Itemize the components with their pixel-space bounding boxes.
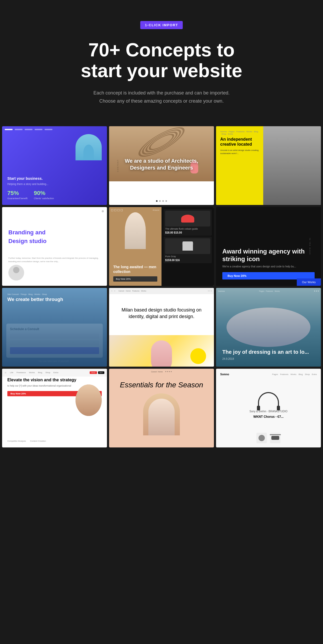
hero-title: 70+ Concepts to start your website [10, 40, 313, 81]
dot-4 [165, 200, 167, 202]
sale-badge: SALE [90, 371, 97, 374]
product-label-1: The ultimate flunk cobain guide [165, 228, 210, 230]
card-stats: 75% Guaranteed benefit 90% Clients' sati… [7, 190, 54, 200]
product-label-2: Pure Gray [165, 255, 210, 258]
milan-image [109, 335, 214, 367]
fashion-caption: The long awaited — men collection [113, 265, 157, 274]
nav-item: Home [158, 371, 163, 373]
dot [316, 291, 317, 292]
card-award[interactable]: Award winning agency with striking icon … [216, 207, 321, 286]
grid-row-3: Site Consult · Things · Blog · Works · S… [0, 288, 323, 367]
award-top [222, 213, 315, 248]
grid-row-2: Branding and Design studio Further today… [0, 207, 323, 286]
award-works[interactable]: Our Works [297, 278, 321, 286]
branding-desc: Further today, tomorrow. Start from the … [8, 257, 101, 263]
product-image-1 [165, 211, 210, 226]
award-vert-text: to the moon [309, 238, 311, 255]
card-consult[interactable]: Site Consult · Things · Blog · Works · S… [2, 288, 107, 367]
nav-icons [165, 371, 172, 372]
joy-nav: Somno Pages Features Works [218, 290, 319, 292]
nav-icon [114, 209, 116, 211]
award-title: Award winning agency with striking icon [222, 248, 315, 263]
fashion-btn[interactable]: Buy Now 20% [113, 276, 157, 282]
fashion-left: Amazon The long awaited — men collection… [109, 207, 162, 286]
card-headphones[interactable]: Somno Pages Features Works Blog Shop Ext… [216, 369, 321, 447]
essentials-person [148, 399, 175, 435]
branding-text-line1: Branding and [8, 229, 101, 236]
nav-item: Features [132, 290, 139, 292]
card-indicator [102, 210, 104, 212]
essentials-nav: Cancel Home [151, 371, 172, 373]
joy-text: The joy of dressing is an art to lo... 2… [222, 349, 315, 360]
milan-accent [190, 348, 206, 364]
nav-icon [121, 209, 123, 211]
nav-dot [5, 372, 6, 373]
stat-2: 90% Clients' satisfaction [34, 190, 54, 200]
card-milan[interactable]: Cancel Home Features Works Milan based d… [109, 288, 214, 367]
agency-nav: Life Freelance Works Blog Shop Extra SAL… [2, 369, 107, 377]
tshirt-icon [182, 241, 193, 251]
card-person-image [76, 134, 102, 160]
nav-item: Extra [312, 373, 317, 376]
import-badge[interactable]: 1-CLICK IMPORT [140, 21, 183, 29]
milan-content: Milan based design studio focusing on id… [109, 294, 214, 335]
joy-nav-label: Somno [218, 290, 225, 292]
buy-badge: BUY [98, 371, 104, 374]
nav-dot [169, 371, 170, 372]
nav-item: Home [126, 290, 131, 292]
joy-nav-items: Pages Features Works [259, 290, 280, 292]
nav-item: Extra [53, 371, 58, 374]
dot-1 [156, 200, 158, 202]
nav-item: Blog [299, 373, 303, 376]
nav-label: Cancel [151, 371, 157, 373]
nav-icon [111, 209, 113, 211]
award-desc: We're a creative agency that uses design… [222, 265, 315, 268]
card-fashion[interactable]: Amazon The long awaited — men collection… [109, 207, 214, 286]
grid-row-4: Life Freelance Works Blog Shop Extra SAL… [0, 369, 323, 447]
nav-item: Shop [45, 371, 50, 374]
nav-item: Pages [272, 373, 278, 376]
drone-icon [271, 436, 279, 440]
agency-text: Elevate the vision and the strategy [7, 377, 102, 383]
joy-nav-dots [314, 291, 319, 292]
fashion-product-1: The ultimate flunk cobain guide $18.00 $… [164, 209, 212, 236]
shop-logo: Somno [220, 373, 229, 376]
grid-row-1: Start your business. Helping them a stor… [0, 126, 323, 205]
product-price-1: $18.00 $15.00 [165, 231, 210, 234]
nav-dot-sm [211, 291, 212, 291]
card-architecture[interactable]: CONTENT We are a studio of Architects, D… [109, 126, 214, 205]
headphones-product: Sony & Brehm · BRANASTUDIO WKNT Chorus -… [220, 380, 317, 431]
agency-footer: Competitor Analysis Content Creation [7, 436, 102, 442]
card-blue-gradient[interactable]: Start your business. Helping them a stor… [2, 126, 107, 205]
consult-nav: Site Consult · Things · Blog · Works · S… [7, 293, 102, 295]
nav-item: Works [275, 290, 280, 292]
nav-item: Blog [38, 371, 42, 374]
nav-item: Features [280, 373, 289, 376]
card-joy[interactable]: Somno Pages Features Works The joy of dr… [216, 288, 321, 367]
mini-product-2 [270, 433, 281, 443]
dot-3 [162, 200, 164, 202]
nav-item: Works [290, 373, 297, 376]
nav-dot [165, 371, 166, 372]
agency-image [76, 384, 102, 416]
agency-nav-right: SALE BUY [90, 371, 104, 374]
essentials-title: Essentials for the Season [120, 381, 203, 389]
card-creative[interactable]: Somno · Pages · Features · Works · Blog … [216, 126, 321, 205]
nav-label: Amazon [153, 209, 159, 211]
product-price: WKNT Chorus - €7... [253, 415, 283, 419]
fashion-product-2: Pure Gray $159.00 $16 [164, 237, 212, 263]
hero-subtitle: Each concept is included with the purcha… [80, 89, 243, 105]
branding-text-line2: Design studio [8, 238, 101, 245]
nav-dot [111, 290, 112, 292]
dot-2 [159, 200, 161, 202]
hero-section: 1-CLICK IMPORT 70+ Concepts to start you… [0, 0, 323, 121]
nav-items: Life Freelance Works Blog Shop Extra [10, 371, 58, 374]
card-creative-agency[interactable]: Life Freelance Works Blog Shop Extra SAL… [2, 369, 107, 447]
card-essentials[interactable]: Cancel Home Essentials for the Season [109, 369, 214, 447]
nav-dot [114, 290, 115, 292]
card-content: CONTENT We are a studio of Architects, D… [109, 126, 214, 205]
card-branding[interactable]: Branding and Design studio Further today… [2, 207, 107, 286]
vert-text: CONTENT [117, 159, 119, 172]
product-name: Sony & Brehm · BRANASTUDIO [249, 410, 287, 413]
card-desc: Uncode is an artist design studio creati… [220, 149, 259, 155]
